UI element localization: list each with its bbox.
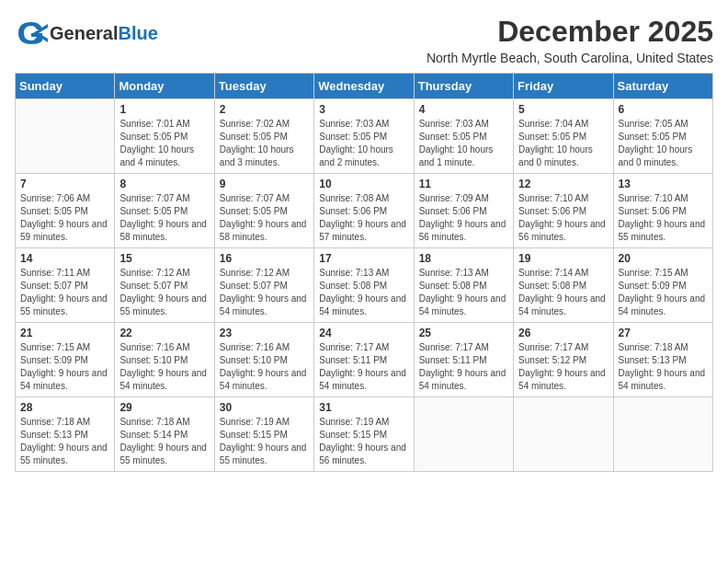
table-row: 1Sunrise: 7:01 AMSunset: 5:05 PMDaylight… xyxy=(115,99,214,174)
cell-info: Sunrise: 7:18 AMSunset: 5:13 PMDaylight:… xyxy=(20,416,109,467)
cell-info: Sunrise: 7:16 AMSunset: 5:10 PMDaylight:… xyxy=(119,341,209,393)
day-number: 31 xyxy=(319,401,408,414)
table-row: 3Sunrise: 7:03 AMSunset: 5:05 PMDaylight… xyxy=(314,99,414,174)
table-row xyxy=(613,397,712,472)
cell-info: Sunrise: 7:17 AMSunset: 5:11 PMDaylight:… xyxy=(319,341,408,393)
cell-info: Sunrise: 7:14 AMSunset: 5:08 PMDaylight:… xyxy=(518,267,608,318)
calendar-week-row: 1Sunrise: 7:01 AMSunset: 5:05 PMDaylight… xyxy=(16,99,713,174)
cell-info: Sunrise: 7:02 AMSunset: 5:05 PMDaylight:… xyxy=(220,118,309,169)
table-row: 29Sunrise: 7:18 AMSunset: 5:14 PMDayligh… xyxy=(115,397,214,472)
day-number: 15 xyxy=(119,252,209,265)
table-row: 22Sunrise: 7:16 AMSunset: 5:10 PMDayligh… xyxy=(115,323,214,397)
table-row: 26Sunrise: 7:17 AMSunset: 5:12 PMDayligh… xyxy=(514,323,613,397)
cell-info: Sunrise: 7:11 AMSunset: 5:07 PMDaylight:… xyxy=(20,267,109,318)
col-monday: Monday xyxy=(115,74,214,99)
table-row: 9Sunrise: 7:07 AMSunset: 5:05 PMDaylight… xyxy=(214,174,313,248)
table-row: 21Sunrise: 7:15 AMSunset: 5:09 PMDayligh… xyxy=(16,323,115,397)
day-number: 27 xyxy=(619,327,708,339)
day-number: 6 xyxy=(619,103,708,116)
table-row: 20Sunrise: 7:15 AMSunset: 5:09 PMDayligh… xyxy=(613,248,712,323)
cell-info: Sunrise: 7:13 AMSunset: 5:08 PMDaylight:… xyxy=(419,267,508,318)
cell-info: Sunrise: 7:07 AMSunset: 5:05 PMDaylight:… xyxy=(220,192,309,244)
day-number: 9 xyxy=(220,178,309,190)
cell-info: Sunrise: 7:03 AMSunset: 5:05 PMDaylight:… xyxy=(419,118,508,169)
day-number: 21 xyxy=(20,327,109,339)
day-number: 28 xyxy=(20,401,109,414)
day-number: 18 xyxy=(419,252,508,265)
col-thursday: Thursday xyxy=(414,74,513,99)
day-number: 20 xyxy=(619,252,708,265)
cell-info: Sunrise: 7:13 AMSunset: 5:08 PMDaylight:… xyxy=(319,267,408,318)
table-row: 24Sunrise: 7:17 AMSunset: 5:11 PMDayligh… xyxy=(314,323,414,397)
day-number: 13 xyxy=(619,178,708,190)
table-row: 10Sunrise: 7:08 AMSunset: 5:06 PMDayligh… xyxy=(314,174,414,248)
day-number: 24 xyxy=(319,327,408,339)
day-number: 11 xyxy=(419,178,508,190)
calendar-week-row: 7Sunrise: 7:06 AMSunset: 5:05 PMDaylight… xyxy=(16,174,713,248)
table-row: 2Sunrise: 7:02 AMSunset: 5:05 PMDaylight… xyxy=(214,99,313,174)
calendar-header-row: Sunday Monday Tuesday Wednesday Thursday… xyxy=(16,74,713,99)
day-number: 10 xyxy=(319,178,408,190)
col-tuesday: Tuesday xyxy=(214,74,313,99)
cell-info: Sunrise: 7:12 AMSunset: 5:07 PMDaylight:… xyxy=(119,267,209,318)
col-friday: Friday xyxy=(514,74,613,99)
cell-info: Sunrise: 7:08 AMSunset: 5:06 PMDaylight:… xyxy=(319,192,408,244)
logo-blue: Blue xyxy=(118,23,157,43)
cell-info: Sunrise: 7:01 AMSunset: 5:05 PMDaylight:… xyxy=(119,118,209,169)
table-row: 28Sunrise: 7:18 AMSunset: 5:13 PMDayligh… xyxy=(16,397,115,472)
day-number: 26 xyxy=(518,327,608,339)
day-number: 16 xyxy=(220,252,309,265)
cell-info: Sunrise: 7:10 AMSunset: 5:06 PMDaylight:… xyxy=(619,192,708,244)
table-row: 5Sunrise: 7:04 AMSunset: 5:05 PMDaylight… xyxy=(514,99,613,174)
cell-info: Sunrise: 7:19 AMSunset: 5:15 PMDaylight:… xyxy=(220,416,309,467)
cell-info: Sunrise: 7:17 AMSunset: 5:12 PMDaylight:… xyxy=(518,341,608,393)
page-container: GeneralBlue December 2025 North Myrtle B… xyxy=(15,15,713,472)
logo-general: General xyxy=(50,23,118,43)
day-number: 7 xyxy=(20,178,109,190)
cell-info: Sunrise: 7:15 AMSunset: 5:09 PMDaylight:… xyxy=(619,267,708,318)
day-number: 19 xyxy=(518,252,608,265)
day-number: 23 xyxy=(220,327,309,339)
table-row: 25Sunrise: 7:17 AMSunset: 5:11 PMDayligh… xyxy=(414,323,513,397)
logo: GeneralBlue xyxy=(15,15,158,52)
col-sunday: Sunday xyxy=(16,74,115,99)
day-number: 17 xyxy=(319,252,408,265)
day-number: 25 xyxy=(419,327,508,339)
day-number: 22 xyxy=(119,327,209,339)
table-row: 8Sunrise: 7:07 AMSunset: 5:05 PMDaylight… xyxy=(115,174,214,248)
cell-info: Sunrise: 7:19 AMSunset: 5:15 PMDaylight:… xyxy=(319,416,408,467)
day-number: 29 xyxy=(119,401,209,414)
table-row: 14Sunrise: 7:11 AMSunset: 5:07 PMDayligh… xyxy=(16,248,115,323)
day-number: 4 xyxy=(419,103,508,116)
day-number: 1 xyxy=(119,103,209,116)
cell-info: Sunrise: 7:17 AMSunset: 5:11 PMDaylight:… xyxy=(419,341,508,393)
cell-info: Sunrise: 7:05 AMSunset: 5:05 PMDaylight:… xyxy=(619,118,708,169)
table-row: 30Sunrise: 7:19 AMSunset: 5:15 PMDayligh… xyxy=(214,397,313,472)
table-row xyxy=(414,397,513,472)
table-row xyxy=(16,99,115,174)
table-row: 17Sunrise: 7:13 AMSunset: 5:08 PMDayligh… xyxy=(314,248,414,323)
location-title: North Myrtle Beach, South Carolina, Unit… xyxy=(427,51,713,65)
table-row: 19Sunrise: 7:14 AMSunset: 5:08 PMDayligh… xyxy=(514,248,613,323)
calendar-table: Sunday Monday Tuesday Wednesday Thursday… xyxy=(15,73,713,472)
cell-info: Sunrise: 7:07 AMSunset: 5:05 PMDaylight:… xyxy=(119,192,209,244)
cell-info: Sunrise: 7:16 AMSunset: 5:10 PMDaylight:… xyxy=(220,341,309,393)
logo-icon xyxy=(15,15,48,52)
day-number: 12 xyxy=(518,178,608,190)
cell-info: Sunrise: 7:04 AMSunset: 5:05 PMDaylight:… xyxy=(518,118,608,169)
cell-info: Sunrise: 7:18 AMSunset: 5:14 PMDaylight:… xyxy=(119,416,209,467)
table-row: 11Sunrise: 7:09 AMSunset: 5:06 PMDayligh… xyxy=(414,174,513,248)
day-number: 5 xyxy=(518,103,608,116)
table-row: 6Sunrise: 7:05 AMSunset: 5:05 PMDaylight… xyxy=(613,99,712,174)
cell-info: Sunrise: 7:12 AMSunset: 5:07 PMDaylight:… xyxy=(220,267,309,318)
day-number: 14 xyxy=(20,252,109,265)
table-row: 13Sunrise: 7:10 AMSunset: 5:06 PMDayligh… xyxy=(613,174,712,248)
cell-info: Sunrise: 7:10 AMSunset: 5:06 PMDaylight:… xyxy=(518,192,608,244)
day-number: 2 xyxy=(220,103,309,116)
calendar-week-row: 14Sunrise: 7:11 AMSunset: 5:07 PMDayligh… xyxy=(16,248,713,323)
header: GeneralBlue December 2025 North Myrtle B… xyxy=(15,15,713,65)
month-title: December 2025 xyxy=(427,15,713,49)
cell-info: Sunrise: 7:18 AMSunset: 5:13 PMDaylight:… xyxy=(619,341,708,393)
col-saturday: Saturday xyxy=(613,74,712,99)
table-row: 7Sunrise: 7:06 AMSunset: 5:05 PMDaylight… xyxy=(16,174,115,248)
